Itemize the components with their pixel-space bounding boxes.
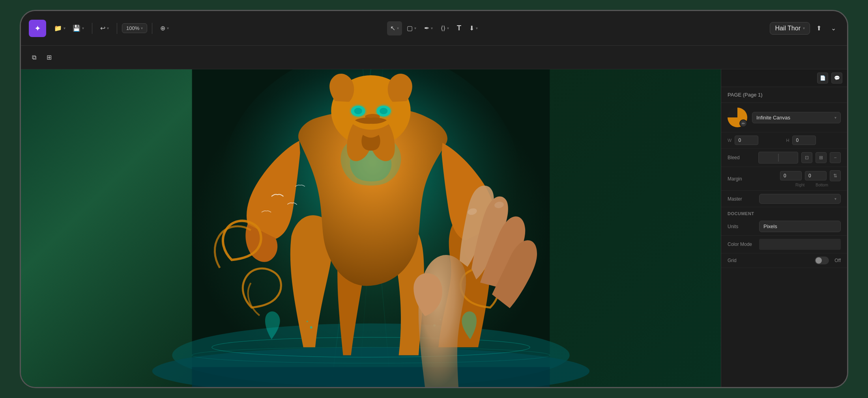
color-swatch[interactable]: ✏ [728,108,747,127]
svg-point-17 [310,326,312,329]
height-group: H [786,136,841,145]
export-icon: ⬇ [469,24,474,32]
pen-chevron: ▾ [431,26,433,30]
grid-toggle-knob [816,257,822,264]
snap-chevron: ▾ [167,26,169,30]
svg-point-20 [440,319,441,320]
export-tool[interactable]: ⬇ ▾ [466,21,481,35]
main-toolbar: ✦ 📁 ▾ 💾 ▾ ↩ ▾ 100% ▾ [21,11,847,46]
document-section-title: Document [721,207,847,218]
main-content: 📄 💬 PAGE (Page 1) ✏ Infin [21,69,847,387]
file-chevron: ▾ [64,26,65,30]
minus-icon: − [834,155,836,160]
shape-tool[interactable]: ▢ ▾ [404,21,419,35]
select-tool[interactable]: ↖ ▾ [387,21,402,35]
pen-tool[interactable]: ✒ ▾ [421,21,436,35]
zoom-control[interactable]: 100% ▾ [122,23,147,33]
margin-link-icon[interactable]: ⇅ [830,170,841,181]
text-tool[interactable]: T [454,21,464,35]
layers-button[interactable]: ⊞ [43,50,55,65]
zoom-value: 100% [126,25,139,31]
select-chevron: ▾ [397,26,399,30]
dimensions-row: W H [721,132,847,149]
bleed-link-icon[interactable]: ⊡ [801,152,812,163]
pen-icon: ✒ [424,24,429,32]
units-label: Units [728,224,755,229]
eyedropper-icon: ✏ [742,121,745,126]
units-row: Units Pixels [721,218,847,236]
logo-symbol: ✦ [34,24,41,33]
width-group: W [728,136,782,145]
grid-toggle[interactable] [815,257,829,264]
master-dropdown[interactable]: ▾ [759,194,841,204]
page-header-text: PAGE (Page 1) [728,92,763,98]
panel-chat-icon-button[interactable]: 💬 [831,73,842,84]
doc-icon: 📄 [820,75,826,81]
file-name-button[interactable]: Hail Thor ▾ [770,22,810,35]
units-value: Pixels [763,223,777,229]
copy-style-button[interactable]: ⧉ [29,50,39,65]
canvas-background [21,69,721,387]
undo-toolbar-group: ↩ ▾ [97,21,112,35]
copy-style-icon: ⧉ [32,54,36,61]
height-label: H [786,138,789,143]
bleed-minus-icon[interactable]: − [830,152,841,163]
bleed-center-line [778,154,778,162]
bleed-row: Bleed ⊡ ⊞ − [721,149,847,167]
canvas-area[interactable] [21,69,721,387]
page-section-header: PAGE (Page 1) [721,87,847,103]
zoom-chevron: ▾ [141,26,143,30]
save-button[interactable]: 💾 ▾ [69,21,87,35]
svg-rect-7 [192,367,550,387]
margin-bottom-label: Bottom [816,183,828,187]
undo-chevron: ▾ [107,26,109,30]
width-label: W [728,138,731,143]
center-tools: ↖ ▾ ▢ ▾ ✒ ▾ ⟨⟩ ▾ T ⬇ ▾ [387,21,481,35]
grid-value: Off [834,258,841,263]
link-icon: ⊡ [805,155,809,160]
node-chevron: ▾ [447,26,449,30]
master-label: Master [728,196,755,202]
color-mode-row: Color Mode [721,236,847,253]
separator-2 [117,23,117,34]
margin-right-input[interactable] [780,171,802,180]
color-canvas-row: ✏ Infinite Canvas ▾ [721,103,847,132]
panel-doc-icon-button[interactable]: 📄 [817,73,828,84]
bleed-grid-icon[interactable]: ⊞ [816,152,827,163]
width-input[interactable] [735,136,758,145]
file-name-chevron: ▾ [803,26,805,30]
grid-icon: ⊞ [819,155,823,160]
snap-button[interactable]: ⊕ ▾ [157,21,172,35]
bleed-label: Bleed [728,155,755,160]
chat-icon: 💬 [834,75,840,81]
bleed-input-area[interactable] [758,152,798,164]
chain-icon: ⇅ [833,173,837,179]
margin-right-label: Right [795,183,804,187]
app-logo[interactable]: ✦ [29,20,46,37]
grid-label: Grid [728,258,755,263]
height-input[interactable] [792,136,816,145]
margin-label: Margin [728,176,755,182]
color-picker-icon[interactable]: ✏ [739,119,747,127]
canvas-type-dropdown[interactable]: Infinite Canvas ▾ [752,112,841,123]
file-icon: 📁 [54,24,62,32]
color-mode-value[interactable] [759,239,841,250]
share-button[interactable]: ⬆ [813,21,825,35]
shape-chevron: ▾ [414,26,416,30]
more-options-button[interactable]: ⌄ [828,21,839,35]
device-frame: ✦ 📁 ▾ 💾 ▾ ↩ ▾ 100% ▾ [20,10,848,388]
svg-point-15 [350,104,367,118]
units-dropdown[interactable]: Pixels [759,221,841,232]
svg-point-19 [433,324,436,327]
undo-icon: ↩ [100,24,105,32]
master-row: Master ▾ [721,191,847,207]
undo-button[interactable]: ↩ ▾ [97,21,112,35]
sub-toolbar: ⧉ ⊞ [21,46,847,69]
thor-illustration [21,69,721,387]
layers-icon: ⊞ [47,54,52,61]
margin-bottom-input[interactable] [805,171,827,180]
node-tool[interactable]: ⟨⟩ ▾ [438,21,452,35]
file-menu-button[interactable]: 📁 ▾ [51,21,69,35]
magnet-icon: ⊕ [160,24,165,32]
canvas-type-label: Infinite Canvas [756,115,790,121]
